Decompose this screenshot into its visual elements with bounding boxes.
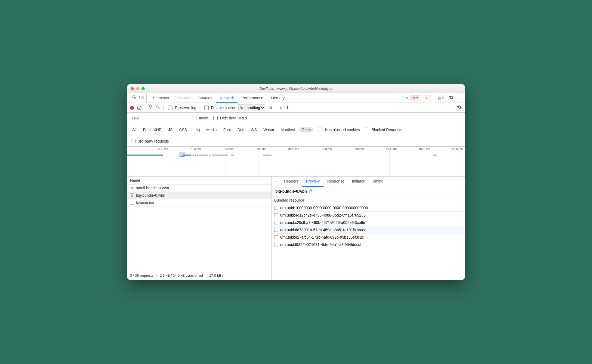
- request-name: favicon.ico: [136, 200, 154, 205]
- resource-urn: urn:uuid:c29cfba7-490b-4571-8656-a002a9f…: [280, 220, 365, 225]
- resource-urn: urn:uuid:e27afc54-171b-4afc-899b-93b135e…: [280, 235, 364, 239]
- record-button[interactable]: [130, 106, 134, 110]
- type-js[interactable]: JS: [166, 127, 175, 132]
- bundled-resource-item[interactable]: urn:uuid:f9396e07-f081-4bfe-94a1-a8f954f…: [272, 241, 465, 248]
- network-settings-icon[interactable]: [457, 105, 462, 110]
- file-icon: [274, 213, 278, 217]
- svg-point-4: [270, 108, 271, 109]
- file-icon: [274, 243, 278, 246]
- network-conditions-icon[interactable]: [268, 105, 273, 110]
- resource-urn: urn:uuid:dd78991a-57db-459c-b8b5-1e191f9…: [280, 228, 366, 232]
- kebab-menu-icon[interactable]: ⋮: [457, 95, 461, 101]
- type-img[interactable]: Img: [191, 127, 202, 132]
- tab-elements[interactable]: Elements: [149, 93, 173, 103]
- bundled-resource-item[interactable]: urn:uuid:c29cfba7-490b-4571-8656-a002a9f…: [272, 219, 465, 226]
- resource-urn: urn:uuid:f9396e07-f081-4bfe-94a1-a8f954f…: [280, 242, 361, 247]
- upload-har-icon[interactable]: ⬆: [279, 106, 283, 110]
- message-icon: ▤: [438, 96, 441, 100]
- svg-point-3: [157, 106, 159, 108]
- status-resources: 17.0 kB /: [209, 273, 223, 277]
- bundled-resource-item[interactable]: urn:uuid:4d12c42e-e735-4088-8bd2-0f415f7…: [272, 212, 465, 219]
- detail-tab-initiator[interactable]: Initiator: [348, 176, 368, 187]
- error-icon: ⊗: [412, 96, 415, 100]
- minimize-window-button[interactable]: [136, 87, 139, 90]
- file-icon: [130, 201, 134, 205]
- tab-network[interactable]: Network: [216, 93, 238, 103]
- help-icon[interactable]: ?: [309, 189, 313, 193]
- tab-performance[interactable]: Performance: [238, 93, 267, 103]
- svg-point-5: [271, 108, 272, 109]
- warnings-badge[interactable]: ▲ 3: [423, 95, 433, 100]
- svg-rect-2: [142, 97, 143, 99]
- bundled-resource-item[interactable]: urn:uuid:10000000-0000-0000-0000-0000000…: [272, 204, 465, 212]
- detail-tab-timing[interactable]: Timing: [368, 176, 387, 187]
- file-icon: [274, 206, 278, 210]
- request-row[interactable]: favicon.ico: [127, 199, 271, 206]
- request-name: small-bundle-0.wbn: [136, 186, 169, 190]
- request-row[interactable]: big-bundle-0.wbn: [127, 192, 271, 199]
- status-bar: 3 / 38 requests| 2.3 kB / 54.5 kB transf…: [127, 271, 271, 280]
- clear-button[interactable]: [137, 106, 141, 110]
- resource-urn: urn:uuid:10000000-0000-0000-0000-0000000…: [280, 206, 368, 210]
- document-icon: [130, 186, 134, 190]
- content-area: Name small-bundle-0.wbnbig-bundle-0.wbnf…: [127, 177, 465, 280]
- type-all[interactable]: All: [130, 127, 139, 132]
- devtools-window: DevTools - www.jefftk.com/test/wbn9/prot…: [127, 84, 465, 280]
- filter-input[interactable]: [130, 115, 187, 121]
- type-manifest[interactable]: Manifest: [278, 127, 297, 132]
- status-requests: 3 / 38 requests: [130, 273, 153, 277]
- name-column-header[interactable]: Name: [127, 177, 271, 184]
- bundled-resource-header: Bundled resource: [272, 196, 465, 204]
- throttling-select[interactable]: No throttling: [238, 104, 265, 111]
- bundled-resource-item[interactable]: urn:uuid:e27afc54-171b-4afc-899b-93b135e…: [272, 234, 465, 241]
- network-controls-bar: Preserve log Disable cache No throttling…: [127, 103, 465, 113]
- close-window-button[interactable]: [131, 87, 134, 90]
- warning-icon: ▲: [425, 96, 428, 100]
- blocked-requests-checkbox[interactable]: Blocked Requests: [364, 127, 402, 133]
- bundled-resource-item[interactable]: urn:uuid:dd78991a-57db-459c-b8b5-1e191f9…: [272, 226, 465, 234]
- has-blocked-cookies-checkbox[interactable]: Has blocked cookies: [317, 127, 360, 133]
- type-css[interactable]: CSS: [177, 127, 189, 132]
- type-doc[interactable]: Doc: [235, 127, 246, 132]
- type-fetchxhr[interactable]: Fetch/XHR: [141, 127, 164, 132]
- search-icon[interactable]: [156, 105, 160, 110]
- zoom-window-button[interactable]: [141, 87, 145, 90]
- detail-tab-response[interactable]: Response: [323, 176, 348, 187]
- file-icon: [274, 221, 278, 224]
- window-title: DevTools - www.jefftk.com/test/wbn9/prot…: [127, 87, 465, 91]
- device-toolbar-icon[interactable]: [139, 95, 144, 100]
- resource-name: big-bundle-0.wbn: [275, 189, 307, 193]
- third-party-checkbox[interactable]: 3rd-party requests: [130, 138, 169, 144]
- request-row[interactable]: small-bundle-0.wbn: [127, 184, 271, 192]
- invert-checkbox[interactable]: Invert: [191, 115, 208, 121]
- request-list-panel: Name small-bundle-0.wbnbig-bundle-0.wbnf…: [127, 177, 272, 280]
- settings-icon[interactable]: [449, 95, 454, 101]
- file-icon: [274, 228, 278, 232]
- tab-sources[interactable]: Sources: [195, 93, 216, 103]
- timeline-overview[interactable]: 200 ms400 ms600 ms800 ms1000 ms1200 ms14…: [127, 147, 465, 177]
- more-tabs-icon[interactable]: »: [404, 96, 411, 100]
- document-icon: [130, 193, 134, 197]
- messages-badge[interactable]: ▤ 9: [436, 95, 446, 100]
- type-other[interactable]: Other: [299, 127, 313, 132]
- disable-cache-checkbox[interactable]: Disable cache: [203, 105, 235, 111]
- type-wasm[interactable]: Wasm: [261, 127, 276, 132]
- titlebar: DevTools - www.jefftk.com/test/wbn9/prot…: [127, 84, 465, 93]
- detail-tab-preview[interactable]: Preview: [302, 176, 323, 187]
- tab-memory[interactable]: Memory: [267, 93, 289, 103]
- tab-console[interactable]: Console: [173, 93, 194, 103]
- status-transferred: 2.3 kB / 54.5 kB transferred: [160, 273, 203, 277]
- errors-badge[interactable]: ⊗ 6: [410, 95, 420, 100]
- download-har-icon[interactable]: ⬇: [286, 106, 289, 110]
- type-ws[interactable]: WS: [249, 127, 259, 132]
- request-name: big-bundle-0.wbn: [136, 193, 165, 198]
- close-panel-icon[interactable]: ×: [272, 179, 280, 184]
- type-media[interactable]: Media: [204, 127, 219, 132]
- inspect-element-icon[interactable]: [132, 95, 137, 100]
- detail-tab-headers[interactable]: Headers: [280, 176, 302, 187]
- type-font[interactable]: Font: [221, 127, 233, 132]
- preserve-log-checkbox[interactable]: Preserve log: [167, 105, 196, 111]
- hide-data-urls-checkbox[interactable]: Hide data URLs: [212, 115, 247, 121]
- resource-urn: urn:uuid:4d12c42e-e735-4088-8bd2-0f415f7…: [280, 213, 366, 217]
- filter-icon[interactable]: [148, 105, 153, 110]
